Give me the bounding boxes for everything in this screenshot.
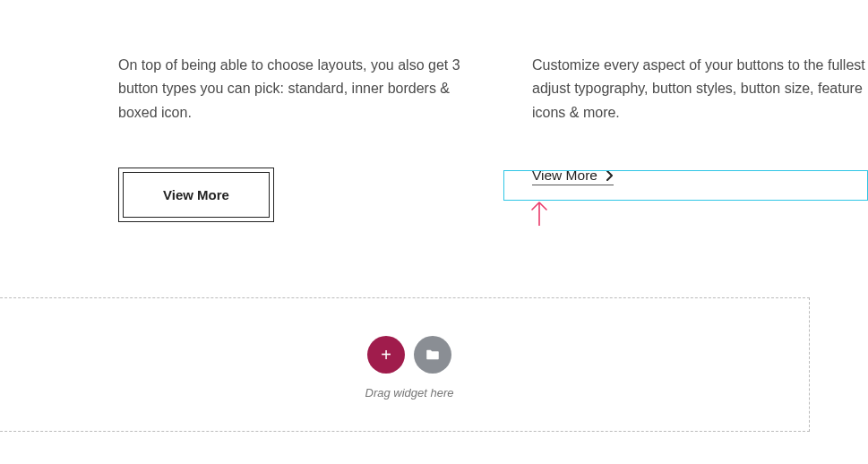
add-widget-button[interactable]: + [367, 336, 405, 374]
dropzone-buttons: + [367, 336, 451, 374]
feature-column-1: On top of being able to choose layouts, … [118, 54, 468, 222]
view-more-button-inner-border[interactable]: View More [118, 168, 274, 222]
plus-icon: + [381, 346, 391, 364]
widget-dropzone[interactable]: + Drag widget here [0, 297, 810, 432]
dropzone-caption: Drag widget here [365, 386, 454, 400]
view-more-button-text[interactable]: View More [532, 168, 614, 185]
select-template-button[interactable] [414, 336, 451, 374]
feature-desc-2: Customize every aspect of your buttons t… [532, 54, 868, 125]
chevron-right-icon [606, 170, 614, 181]
feature-desc-0-trail: om styles - [0, 54, 54, 101]
view-more-button-label: View More [123, 172, 270, 218]
feature-desc-1: On top of being able to choose layouts, … [118, 54, 468, 125]
folder-icon [425, 347, 441, 363]
feature-column-0: om styles - [0, 54, 54, 222]
feature-column-2: Customize every aspect of your buttons t… [532, 54, 868, 222]
view-more-button-text-label: View More [532, 168, 597, 184]
